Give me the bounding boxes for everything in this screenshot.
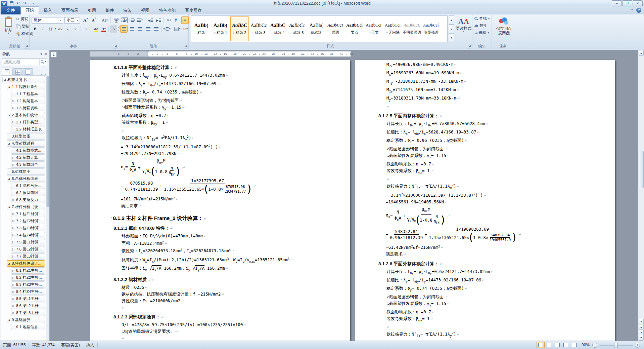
expand-icon[interactable]: ▷ <box>12 163 16 166</box>
justify-button[interactable] <box>144 25 152 33</box>
bullets-button[interactable]: ▾ <box>120 16 128 24</box>
select-browse-object-icon[interactable]: ● <box>639 329 644 335</box>
save-button[interactable] <box>9 1 14 6</box>
nav-tree-item[interactable]: ▷1.3 荷载资料 <box>11 105 45 111</box>
change-case-button[interactable]: Aa▾ <box>101 16 108 24</box>
first-line-indent-marker[interactable] <box>146 51 149 53</box>
multilevel-list-button[interactable]: ▾ <box>136 16 144 24</box>
expand-icon[interactable]: ▷ <box>12 107 16 110</box>
tab-审阅[interactable]: 审阅 <box>119 6 136 14</box>
collapse-icon[interactable]: ◢ <box>8 85 12 88</box>
maximize-button[interactable]: ❐ <box>622 0 632 6</box>
nav-tab-results[interactable] <box>23 68 33 75</box>
style-标题 2[interactable]: AaBbC↵标题 2 <box>230 16 249 41</box>
text-highlight-button[interactable]: ab▾ <box>92 25 99 33</box>
expand-icon[interactable]: ▷ <box>12 234 16 237</box>
style-标题 5[interactable]: AaBbCc↵标题 5 <box>287 16 307 41</box>
nav-tree-item[interactable]: 6.2 振型简图 <box>11 190 45 196</box>
full-screen-reading-view-button[interactable] <box>545 342 553 348</box>
save-to-baidu-button[interactable]: 保存到百度网盘 <box>494 15 514 43</box>
expand-icon[interactable]: ▷ <box>12 276 16 279</box>
nav-tree-item[interactable]: ▷4.2 荷载计算 <box>11 154 45 161</box>
collapse-icon[interactable]: ◢ <box>8 318 12 321</box>
collapse-icon[interactable]: ◢ <box>8 114 12 117</box>
nav-tree-item[interactable]: ▷1.2 构架基本... <box>11 98 45 104</box>
style-不明显强调[interactable]: AaBbCcL不明显强调 <box>402 16 421 41</box>
gallery-down-icon[interactable]: ▼ <box>449 25 454 34</box>
collapse-icon[interactable]: ◢ <box>8 177 12 180</box>
expand-icon[interactable]: ▷ <box>12 121 16 124</box>
insert-mode-indicator[interactable]: 插入 <box>83 341 97 349</box>
page-indicator[interactable]: 页面: 61/155 <box>0 341 29 349</box>
style-标题 4[interactable]: AaBbC↵标题 4 <box>268 16 287 41</box>
style-要点[interactable]: AaBbCcl要点 <box>345 16 364 41</box>
font-family-combobox[interactable]: 黑体▼ <box>32 17 63 24</box>
expand-icon[interactable]: ▷ <box>12 297 16 300</box>
nav-tab-pages[interactable] <box>12 68 22 75</box>
change-styles-button[interactable]: AA 更改样式 ▾ <box>455 15 472 42</box>
collapse-icon[interactable]: ◢ <box>8 262 12 265</box>
nav-tree-item[interactable]: 3.模型简图 <box>7 133 45 140</box>
show-marks-button[interactable]: ↵ <box>181 16 189 24</box>
previous-page-icon[interactable]: ▲ <box>639 324 644 330</box>
expand-icon[interactable]: ▷ <box>12 156 16 159</box>
scroll-thumb[interactable] <box>639 151 644 188</box>
nav-tree-item[interactable]: ◢6.总体分析结果 <box>7 176 45 182</box>
clipboard-dialog-launcher[interactable]: ◢ <box>25 45 28 48</box>
nav-tree-item[interactable]: ▷8.3 柱Z3主杆... <box>11 281 45 288</box>
close-button[interactable]: ✕ <box>633 0 643 6</box>
outline-view-button[interactable] <box>562 342 570 348</box>
expand-icon[interactable]: ▷ <box>12 311 16 314</box>
vertical-scrollbar[interactable]: ▲ ▼ ▲ ● ▼ <box>638 50 644 341</box>
word-logo-icon[interactable]: W <box>1 1 7 6</box>
zoom-in-button[interactable]: + <box>635 343 640 348</box>
tab-百度网盘[interactable]: 百度网盘 <box>180 6 206 14</box>
gallery-up-icon[interactable]: ▲ <box>449 15 454 25</box>
nav-tree-item[interactable]: 9.1 地基信息 <box>11 324 45 330</box>
expand-icon[interactable]: ▷ <box>12 220 16 223</box>
expand-icon[interactable]: ▷ <box>12 255 16 258</box>
redo-button[interactable]: ↷ <box>22 1 28 6</box>
undo-button[interactable]: ↶ <box>15 1 21 6</box>
style-强调[interactable]: AaBbCcI强调 <box>326 16 345 41</box>
nav-tree-item[interactable]: ▷7.1 柱Z1计算... <box>11 211 45 217</box>
tab-特色功能[interactable]: 特色功能 <box>154 6 180 14</box>
nav-tree-item[interactable]: ▷7.5 梁L1计算... <box>11 239 45 245</box>
nav-tree-item[interactable]: ◢4.导荷载过程 <box>7 140 45 147</box>
styles-dialog-launcher[interactable]: ◢ <box>467 45 471 48</box>
previous-heading-icon[interactable]: ▲ <box>40 73 43 75</box>
nav-tree-item[interactable]: ◢1.工程设计条件 <box>7 84 45 90</box>
hanging-indent-marker[interactable] <box>146 55 149 57</box>
style-标题 1[interactable]: AaBb(↵标题 1 <box>211 16 230 41</box>
style-标题 3[interactable]: AaBbCc↵标题 3 <box>249 16 268 41</box>
zoom-level[interactable]: 90% <box>582 343 590 347</box>
font-size-combobox[interactable]: 小三▼ <box>64 17 80 24</box>
tab-邮件[interactable]: 邮件 <box>101 6 119 14</box>
zoom-slider[interactable] <box>599 345 633 346</box>
tab-引用[interactable]: 引用 <box>83 6 101 14</box>
paste-button[interactable]: 粘贴 ▾ <box>1 15 15 43</box>
font-color-button[interactable]: A▾ <box>100 25 107 33</box>
minimize-button[interactable]: ─ <box>612 0 622 6</box>
numbering-button[interactable]: 12▾ <box>128 16 136 24</box>
nav-tree-item[interactable]: ▷8.7 梁L3主杆... <box>11 310 45 316</box>
nav-close-icon[interactable]: ✕ <box>45 52 47 56</box>
nav-tree-item[interactable]: ▷8.2 柱Z2主杆... <box>11 274 45 281</box>
tab-开始[interactable]: 开始 <box>20 6 39 14</box>
shrink-font-button[interactable]: A▼ <box>90 16 97 24</box>
nav-tree-item[interactable]: ◢构架计算书 <box>2 77 45 83</box>
nav-tree-item[interactable]: 4.1 荷载模式... <box>11 147 45 154</box>
shading-button[interactable]: ▾ <box>174 25 181 33</box>
tab-插入[interactable]: 插入 <box>39 6 57 14</box>
subscript-button[interactable]: x₂ <box>64 25 72 33</box>
paragraph-dialog-launcher[interactable]: ◢ <box>184 45 187 48</box>
style-标题[interactable]: AaBb(标题 <box>192 16 211 41</box>
underline-button[interactable]: U <box>47 25 54 33</box>
scroll-up-icon[interactable]: ▲ <box>639 50 644 56</box>
nav-tree-item[interactable]: ▷7.2 柱Z2计算... <box>11 218 45 224</box>
scroll-down-icon[interactable]: ▼ <box>639 319 644 324</box>
expand-icon[interactable]: ▷ <box>12 212 16 216</box>
character-shading-button[interactable]: A <box>110 25 117 33</box>
superscript-button[interactable]: x² <box>72 25 79 33</box>
distribute-button[interactable] <box>152 25 160 33</box>
